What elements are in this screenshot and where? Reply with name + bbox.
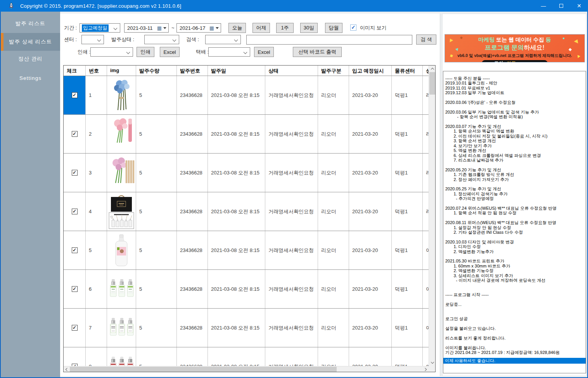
cell-center[interactable]: 덕평1	[392, 231, 423, 269]
cell-order-type[interactable]: 리오더	[318, 270, 349, 308]
cell-order-type[interactable]: 리오더	[318, 347, 349, 366]
cell-order-date[interactable]: 2021-03-08 오전 8:15	[208, 192, 265, 231]
search-type-select[interactable]	[205, 35, 241, 44]
column-header-6[interactable]: 상태	[265, 66, 318, 76]
cell-qty[interactable]: 5	[136, 76, 177, 114]
date-from-picker[interactable]: 2021-03-11 ▦	[124, 23, 169, 33]
cell-order-no[interactable]: 23436628	[177, 270, 208, 308]
sidebar-item-settings[interactable]: Settings	[1, 69, 60, 87]
scroll-left-icon[interactable]	[64, 366, 69, 372]
cell-name-cut[interactable]: 이	[423, 347, 429, 366]
minimize-button[interactable]: —	[534, 0, 552, 12]
date-to-picker[interactable]: 2021-06-17 ▦	[176, 23, 221, 33]
cell-no[interactable]: 2	[86, 115, 107, 153]
row-check-cell[interactable]: ✓	[64, 192, 86, 231]
cell-center[interactable]: 덕평1	[392, 192, 423, 231]
close-button[interactable]: ✕	[570, 0, 588, 12]
cell-status[interactable]: 거래명세서확인요청	[265, 154, 318, 192]
cell-no[interactable]: 8	[86, 347, 107, 366]
excel-button-2[interactable]: Excel	[254, 47, 274, 57]
cell-eta[interactable]: 2021-03-20	[349, 76, 392, 114]
cell-no[interactable]: 6	[86, 270, 107, 308]
cell-eta[interactable]: 2021-03-20	[349, 231, 392, 269]
row-check-cell[interactable]: ✓	[64, 231, 86, 269]
cell-status[interactable]: 거래명세서확인요청	[265, 192, 318, 231]
cell-order-type[interactable]: 리오더	[318, 192, 349, 231]
cell-order-date[interactable]: 2021-03-08 오전 8:15	[208, 309, 265, 347]
cell-center[interactable]: 덕평1	[392, 347, 423, 366]
quick-button-week1[interactable]: 1주	[276, 23, 294, 33]
cell-qty[interactable]: 5	[136, 309, 177, 347]
ad-banner[interactable]: 마케팅 또는 웹 데이터 수집 등 프로그램 문의하세요! vb6.0 및 vb…	[444, 34, 585, 62]
scroll-up-icon[interactable]	[429, 66, 436, 72]
column-header-7[interactable]: 발주구분	[318, 66, 349, 76]
image-view-checkbox[interactable]: ✓	[350, 24, 356, 31]
cell-status[interactable]: 거래명세서확인요청	[265, 231, 318, 269]
table-vertical-scrollbar[interactable]	[429, 66, 435, 366]
column-header-1[interactable]: 번호	[86, 66, 107, 76]
cell-no[interactable]: 1	[86, 76, 107, 114]
cell-name-cut[interactable]: 러	[423, 154, 429, 192]
table-row[interactable]: ✓45234366282021-03-08 오전 8:15거래명세서확인요청리오…	[64, 192, 429, 231]
cell-order-no[interactable]: 23436628	[177, 115, 208, 153]
log-panel[interactable]: ----- 도움 주신 분들 ----- 2019.10.01 올투그린 - 제…	[443, 71, 586, 373]
cell-eta[interactable]: 2021-03-20	[349, 309, 392, 347]
cell-order-date[interactable]: 2021-03-08 오전 8:15	[208, 115, 265, 153]
row-checkbox[interactable]: ✓	[72, 131, 78, 137]
column-header-5[interactable]: 발주일	[208, 66, 265, 76]
row-check-cell[interactable]: ✓	[64, 76, 86, 114]
cell-order-no[interactable]: 23436628	[177, 309, 208, 347]
column-header-3[interactable]: 발주수량	[136, 66, 177, 76]
cell-name-cut[interactable]: 러	[423, 76, 429, 114]
cell-name-cut[interactable]: 러	[423, 115, 429, 153]
column-header-9[interactable]: 물류센터	[392, 66, 423, 76]
cell-order-no[interactable]: 23436628	[177, 192, 208, 231]
table-row[interactable]: ✓65234366282021-03-08 오전 8:15거래명세서확인요청리오…	[64, 270, 429, 309]
cell-center[interactable]: 덕평1	[392, 76, 423, 114]
table-row[interactable]: ✓85234366282021-03-08 오전 8:15거래명세서확인요청리오…	[64, 347, 429, 366]
row-checkbox[interactable]: ✓	[72, 286, 78, 292]
column-header-4[interactable]: 발주번호	[177, 66, 208, 76]
cell-name-cut[interactable]: 이	[423, 231, 429, 269]
vertical-scroll-thumb[interactable]	[429, 72, 435, 95]
cell-qty[interactable]: 5	[136, 115, 177, 153]
row-check-cell[interactable]: ✓	[64, 154, 86, 192]
cell-order-no[interactable]: 23436628	[177, 154, 208, 192]
cell-order-no[interactable]: 23436628	[177, 231, 208, 269]
quick-button-days30[interactable]: 30일	[300, 23, 318, 33]
print-button[interactable]: 인쇄	[137, 47, 154, 57]
cell-center[interactable]: 덕평1	[392, 154, 423, 192]
cell-no[interactable]: 5	[86, 231, 107, 269]
cell-name-cut[interactable]: 러	[423, 192, 429, 231]
period-type-select[interactable]: 입고예정일	[80, 23, 120, 33]
column-header-8[interactable]: 입고 예정일시	[349, 66, 392, 76]
row-check-cell[interactable]: ✓	[64, 347, 86, 366]
cell-no[interactable]: 7	[86, 309, 107, 347]
search-button[interactable]: 검 색	[416, 35, 436, 45]
cell-eta[interactable]: 2021-03-20	[349, 154, 392, 192]
cell-eta[interactable]: 2021-03-20	[349, 270, 392, 308]
excel-button[interactable]: Excel	[160, 47, 180, 57]
quick-button-month[interactable]: 당월	[325, 23, 342, 33]
cell-order-type[interactable]: 리오더	[318, 76, 349, 114]
table-row[interactable]: ✓35234366282021-03-08 오전 8:15거래명세서확인요청리오…	[64, 154, 429, 192]
sidebar-item-settlement[interactable]: 정산 관리	[1, 50, 60, 68]
sidebar-item-order-list[interactable]: 발주 리스트	[1, 15, 60, 33]
cell-qty[interactable]: 5	[136, 231, 177, 269]
cell-order-type[interactable]: 리오더	[318, 154, 349, 192]
table-row[interactable]: ✓15234366282021-03-08 오전 8:15거래명세서확인요청리오…	[64, 76, 429, 115]
row-checkbox[interactable]: ✓	[72, 247, 78, 253]
row-checkbox[interactable]: ✓	[72, 170, 78, 176]
table-row[interactable]: ✓55234366282021-03-08 오전 8:15거래명세서확인요청리오…	[64, 231, 429, 270]
cell-no[interactable]: 3	[86, 154, 107, 192]
quick-button-yesterday[interactable]: 어제	[252, 23, 270, 33]
cell-center[interactable]: 덕평1	[392, 270, 423, 308]
cell-eta[interactable]: 2021-03-20	[349, 192, 392, 231]
cell-order-no[interactable]: 23436628	[177, 347, 208, 366]
cell-status[interactable]: 거래명세서확인요청	[265, 270, 318, 308]
table-horizontal-scrollbar[interactable]	[64, 366, 429, 372]
center-select[interactable]	[81, 35, 104, 44]
print-select[interactable]	[90, 47, 133, 57]
cell-order-date[interactable]: 2021-03-08 오전 8:15	[208, 347, 265, 366]
order-status-select[interactable]	[144, 35, 179, 44]
